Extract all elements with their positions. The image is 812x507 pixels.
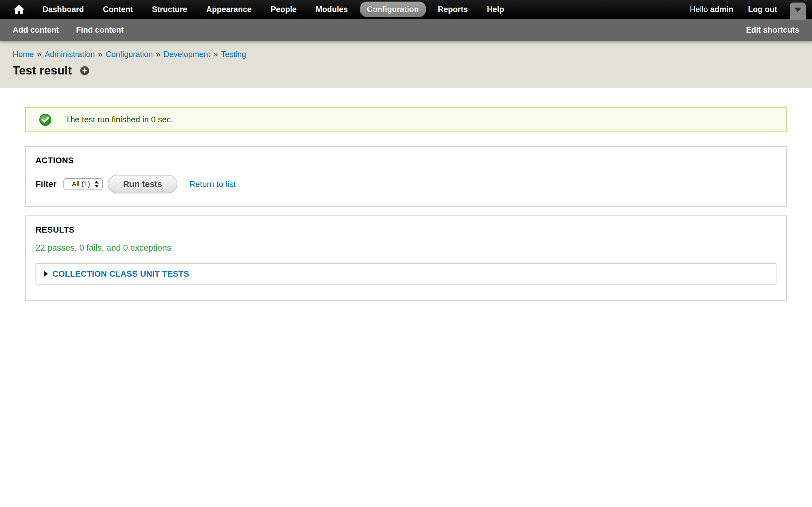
toolbar-item-modules[interactable]: Modules <box>309 2 355 17</box>
test-group-title[interactable]: COLLECTION CLASS UNIT TESTS <box>52 269 189 279</box>
toolbar-item-appearance[interactable]: Appearance <box>199 2 258 17</box>
page-title: Test result <box>13 64 72 77</box>
breadcrumb-separator: » <box>98 50 102 59</box>
home-button[interactable] <box>12 0 26 19</box>
shortcut-bar: Add content Find content Edit shortcuts <box>0 19 812 41</box>
breadcrumb: Home»Administration»Configuration»Develo… <box>13 50 799 59</box>
breadcrumb-testing[interactable]: Testing <box>221 50 246 59</box>
edit-shortcuts-link[interactable]: Edit shortcuts <box>746 25 799 35</box>
collapsed-arrow-icon <box>44 271 48 277</box>
content-area: The test run finished in 0 sec. ACTIONS … <box>0 88 812 301</box>
status-message: The test run finished in 0 sec. <box>26 107 786 132</box>
page-header: Home»Administration»Configuration»Develo… <box>0 41 812 88</box>
shortcut-find-content[interactable]: Find content <box>76 25 124 35</box>
toolbar-item-content[interactable]: Content <box>96 2 140 17</box>
toolbar-item-dashboard[interactable]: Dashboard <box>36 2 91 17</box>
admin-toolbar: Dashboard Content Structure Appearance P… <box>0 0 812 19</box>
breadcrumb-separator: » <box>37 50 42 59</box>
results-summary: 22 passes, 0 fails, and 0 exceptions <box>36 243 776 253</box>
select-stepper-icon <box>95 181 99 187</box>
breadcrumb-home[interactable]: Home <box>13 50 34 59</box>
add-to-shortcuts-button[interactable] <box>80 66 89 75</box>
test-group-collapsible[interactable]: COLLECTION CLASS UNIT TESTS <box>36 263 776 285</box>
toolbar-item-reports[interactable]: Reports <box>431 2 475 17</box>
actions-heading: ACTIONS <box>36 156 776 165</box>
username: admin <box>710 5 734 14</box>
toolbar-item-configuration[interactable]: Configuration <box>360 2 426 17</box>
results-panel: RESULTS 22 passes, 0 fails, and 0 except… <box>26 216 786 301</box>
filter-select[interactable]: All (1) <box>63 178 103 190</box>
plus-icon <box>82 68 88 73</box>
toolbar-item-help[interactable]: Help <box>480 2 511 17</box>
breadcrumb-separator: » <box>156 50 160 59</box>
return-to-list-link[interactable]: Return to list <box>189 179 236 189</box>
greeting-prefix: Hello <box>690 5 708 14</box>
breadcrumb-separator: » <box>213 50 218 59</box>
chevron-down-icon <box>794 8 801 12</box>
breadcrumb-administration[interactable]: Administration <box>45 50 95 59</box>
breadcrumb-configuration[interactable]: Configuration <box>106 50 153 59</box>
actions-panel: ACTIONS Filter All (1) Run tests Return … <box>26 146 786 207</box>
success-check-icon <box>39 114 51 126</box>
toolbar-drawer-toggle[interactable] <box>790 3 806 20</box>
breadcrumb-development[interactable]: Development <box>164 50 210 59</box>
filter-selected-value: All (1) <box>69 180 93 188</box>
user-greeting: Hello admin <box>690 5 734 14</box>
home-icon <box>14 5 24 14</box>
toolbar-menu: Dashboard Content Structure Appearance P… <box>33 0 513 19</box>
toolbar-item-people[interactable]: People <box>264 2 304 17</box>
status-message-text: The test run finished in 0 sec. <box>65 115 173 124</box>
logout-link[interactable]: Log out <box>748 5 777 14</box>
filter-label: Filter <box>36 179 56 189</box>
results-heading: RESULTS <box>36 225 776 235</box>
shortcut-add-content[interactable]: Add content <box>13 25 59 35</box>
run-tests-button[interactable]: Run tests <box>108 175 177 193</box>
toolbar-item-structure[interactable]: Structure <box>145 2 194 17</box>
